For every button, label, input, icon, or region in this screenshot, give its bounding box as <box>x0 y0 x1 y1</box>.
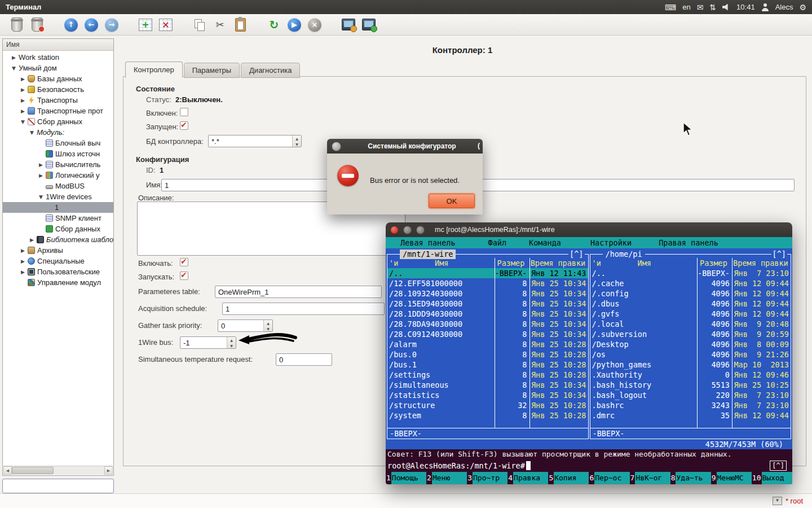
file-row[interactable]: /.gvfs4096Янв 12 09:44 <box>590 309 791 319</box>
mc-menu-right-panel[interactable]: Правая панель <box>659 237 718 248</box>
sidebar-filter-input[interactable] <box>2 479 114 493</box>
expanded-triangle-icon[interactable]: ▼ <box>30 130 37 135</box>
file-row[interactable]: .bash_history5513Янв 25 10:25 <box>590 380 791 390</box>
mc-menu-file[interactable]: Файл <box>488 237 507 248</box>
tree-item-template-library[interactable]: ▶Библиотека шабло <box>3 234 113 245</box>
collapsed-triangle-icon[interactable]: ▶ <box>12 55 19 60</box>
file-row[interactable]: /28.78DA940300008Янв 25 10:34 <box>387 319 588 329</box>
tree-item-module[interactable]: ▼Модуль: <box>3 127 113 138</box>
start-checkbox[interactable] <box>180 271 188 280</box>
mc-menu-options[interactable]: Настройки <box>590 237 632 248</box>
tab-parameters[interactable]: Параметры <box>184 63 240 78</box>
file-row[interactable]: /28.1093240300008Янв 25 10:34 <box>387 288 588 299</box>
fkey-move[interactable]: 6Пер~ос <box>589 472 629 484</box>
dialog-titlebar[interactable]: Системный конфигуратор ( <box>327 139 483 154</box>
collapsed-triangle-icon[interactable]: ▶ <box>30 237 37 243</box>
spin-buttons[interactable]: ▲▼ <box>227 337 236 348</box>
file-row[interactable]: /..-ВВЕРХ-Янв 12 11:43 <box>387 268 588 278</box>
tree-item-user-interfaces[interactable]: ▶Пользовательские <box>3 266 113 277</box>
delete-item-icon[interactable]: × <box>158 17 174 33</box>
username-indicator[interactable]: Alecs <box>775 3 793 11</box>
minimize-icon[interactable] <box>403 226 412 234</box>
tree-item-snmp-client[interactable]: SNMP клиент <box>3 213 113 224</box>
volume-icon[interactable] <box>722 4 730 11</box>
close-icon[interactable] <box>390 226 399 234</box>
file-row[interactable]: .dmrc35Янв 12 09:44 <box>590 410 791 421</box>
mc-right-path[interactable]: /home/pi <box>603 249 645 259</box>
file-row[interactable]: /bus.08Янв 25 10:28 <box>387 349 588 360</box>
file-row[interactable]: /statistics8Янв 25 10:34 <box>387 390 588 400</box>
column-size[interactable]: Размер <box>697 258 732 268</box>
file-row[interactable]: /structure32Янв 25 10:28 <box>387 400 588 410</box>
clock-indicator[interactable]: 10:41 <box>736 3 755 11</box>
param-table-input[interactable] <box>215 286 382 298</box>
scroll-left-button[interactable]: ◀ <box>3 466 12 475</box>
tree-item-work-station[interactable]: ▶Work station <box>3 52 113 63</box>
file-row[interactable]: /.config4096Янв 12 09:44 <box>590 288 791 299</box>
file-row[interactable]: /Desktop4096Янв 8 00:09 <box>590 339 791 349</box>
tree-item-transport-protocols[interactable]: ▶Транспортные прот <box>3 106 113 116</box>
export-db-icon[interactable] <box>9 17 25 33</box>
controller-db-spinner[interactable]: *.* ▲▼ <box>208 135 302 147</box>
collapsed-triangle-icon[interactable]: ▶ <box>39 173 46 178</box>
remote-config-icon[interactable] <box>341 17 356 33</box>
session-gear-icon[interactable]: ⚙ <box>799 3 806 12</box>
file-row[interactable]: /settings8Янв 25 10:28 <box>387 370 588 380</box>
file-row[interactable]: /28.15ED940300008Янв 25 10:34 <box>387 299 588 309</box>
file-row[interactable]: /python_games4096Мар 10 2013 <box>590 360 791 370</box>
tree-item-block-calc[interactable]: Блочный выч <box>3 138 113 148</box>
tree-item-databases[interactable]: ▶Базы данных <box>3 73 113 84</box>
mc-scroll-indicator[interactable]: [^] <box>770 461 787 471</box>
nav-forward-icon[interactable]: → <box>104 17 120 33</box>
nav-up-icon[interactable]: ↑ <box>63 17 79 33</box>
keyboard-icon[interactable]: ⌨ <box>665 3 676 12</box>
collapsed-triangle-icon[interactable]: ▶ <box>21 76 28 82</box>
refresh-icon[interactable]: ↻ <box>266 17 282 33</box>
mc-menu-command[interactable]: Команда <box>529 237 561 248</box>
scrollbar-thumb[interactable] <box>12 467 54 474</box>
collapsed-triangle-icon[interactable]: ▶ <box>21 269 28 275</box>
wire-bus-spinner[interactable]: -1 ▲▼ <box>180 336 236 349</box>
file-row[interactable]: /12.EFF5810000008Янв 25 10:34 <box>387 278 588 288</box>
expanded-triangle-icon[interactable]: ▼ <box>21 119 28 125</box>
nav-back-icon[interactable]: ← <box>83 17 99 33</box>
mc-titlebar[interactable]: mc [root@AlecsHomeRas]:/mnt/1-wire <box>386 222 792 237</box>
tree-item-security[interactable]: ▶Безопасность <box>3 84 113 95</box>
network-icon[interactable]: ⇅ <box>709 3 716 12</box>
tree-item-source-gateway[interactable]: Шлюз источн <box>3 148 113 159</box>
file-row[interactable]: /.local4096Янв 9 20:48 <box>590 319 791 329</box>
keyboard-layout-indicator[interactable]: en <box>682 3 690 11</box>
collapsed-triangle-icon[interactable]: ▶ <box>21 248 28 253</box>
remote-service-icon[interactable] <box>361 17 377 33</box>
spin-buttons[interactable]: ▲▼ <box>292 135 301 147</box>
acquisition-schedule-input[interactable] <box>222 303 385 315</box>
column-name[interactable]: Имя <box>435 259 448 268</box>
fkey-menu[interactable]: 2Меню <box>426 472 467 484</box>
close-icon[interactable] <box>332 142 341 151</box>
file-row[interactable]: /system8Янв 25 10:28 <box>387 410 588 421</box>
tree-item-data-acquisition[interactable]: ▼Сбор данных <box>3 116 113 127</box>
mc-right-scroll-marker[interactable]: [^] <box>771 249 787 259</box>
fkey-view[interactable]: 3Про~тр <box>467 472 508 484</box>
file-row[interactable]: /..-ВВЕРХ-Янв 7 23:10 <box>590 268 791 278</box>
simultaneous-input[interactable] <box>276 353 332 366</box>
file-row[interactable]: /.dbus4096Янв 12 09:44 <box>590 299 791 309</box>
file-row[interactable]: /simultaneous8Янв 25 10:34 <box>387 380 588 390</box>
tab-diagnostics[interactable]: Диагностика <box>241 63 300 78</box>
fkey-pulldn[interactable]: 9МенюМС <box>711 472 752 484</box>
mc-left-path[interactable]: /mnt/1-wire <box>400 249 456 259</box>
status-dropdown-icon[interactable]: ▾ <box>773 497 782 505</box>
import-db-icon[interactable] <box>29 17 45 33</box>
collapsed-triangle-icon[interactable]: ▶ <box>21 98 28 103</box>
mc-command-line[interactable]: root@AlecsHomeRas:/mnt/1-wire# [^] <box>386 459 792 472</box>
cut-icon[interactable]: ✂ <box>212 17 228 33</box>
file-row[interactable]: /alarm8Янв 25 10:28 <box>387 339 588 349</box>
file-row[interactable]: .Xauthority0Янв 12 09:46 <box>590 370 791 380</box>
tree-item-smart-home[interactable]: ▼Умный дом <box>3 63 113 73</box>
tree-item-calculator[interactable]: ▶Вычислитель <box>3 159 113 170</box>
copy-icon[interactable] <box>192 17 208 33</box>
priority-spinner[interactable]: 0 ▲▼ <box>218 319 273 332</box>
tree-item-transports[interactable]: ▶Транспорты <box>3 95 113 106</box>
tree-item-logic-device[interactable]: ▶Логический у <box>3 170 113 181</box>
column-mtime[interactable]: Время правки <box>732 258 791 268</box>
